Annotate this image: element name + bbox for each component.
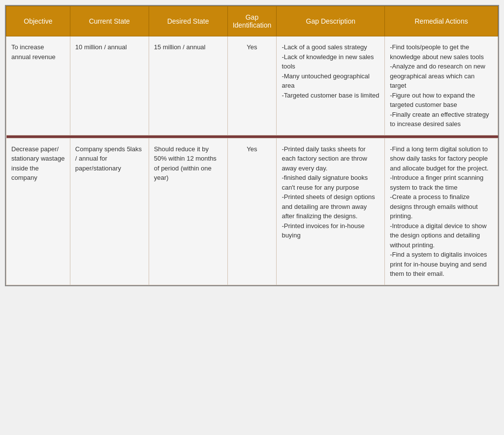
cell-desired-state: 15 million / annual: [149, 36, 227, 135]
cell-objective: To increase annual revenue: [6, 36, 70, 135]
cell-remedial-actions: -Find a long term digital solution to sh…: [385, 138, 498, 285]
header-remedial-actions: Remedial Actions: [385, 6, 498, 36]
header-gap-identification: Gap Identification: [227, 6, 277, 36]
cell-current-state: 10 million / annual: [70, 36, 149, 135]
cell-gap-id: Yes: [227, 138, 277, 285]
cell-current-state: Company spends 5laks / annual for paper/…: [70, 138, 149, 285]
header-objective: Objective: [6, 6, 70, 36]
cell-gap-description: -Printed daily tasks sheets for each fac…: [277, 138, 385, 285]
cell-gap-description: -Lack of a good sales strategy-Lack of k…: [277, 36, 385, 135]
cell-gap-id: Yes: [227, 36, 277, 135]
gap-analysis-table: Objective Current State Desired State Ga…: [5, 5, 499, 286]
header-gap-description: Gap Description: [277, 6, 385, 36]
header-current-state: Current State: [70, 6, 149, 36]
header-desired-state: Desired State: [149, 6, 227, 36]
cell-remedial-actions: -Find tools/people to get the knowledge …: [385, 36, 498, 135]
table-row: Decrease paper/ stationary wastage insid…: [6, 138, 498, 285]
table-row: To increase annual revenue10 million / a…: [6, 36, 498, 135]
cell-desired-state: Should reduce it by 50% within 12 months…: [149, 138, 227, 285]
cell-objective: Decrease paper/ stationary wastage insid…: [6, 138, 70, 285]
